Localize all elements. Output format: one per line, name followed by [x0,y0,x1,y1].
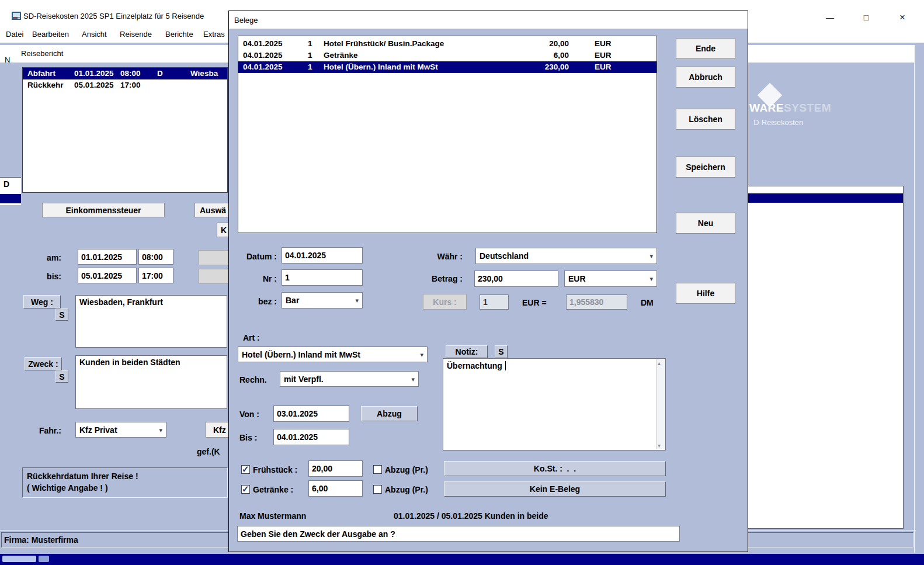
trip-row-rueckkehr[interactable]: Rückkehr 05.01.2025 17:00 [23,79,227,91]
trip-row-abfahrt[interactable]: Abfahrt 01.01.2025 08:00 D Wiesba [23,68,227,79]
close-button[interactable]: × [889,11,916,25]
fruehstueck-label: Frühstück : [253,465,297,474]
hint-box: Rückkehrdatum Ihrer Reise ! ( Wichtige A… [22,467,228,498]
nr-field[interactable]: 1 [282,269,363,286]
getraenke-label: Getränke : [253,485,293,494]
fahr-select[interactable]: Kfz Privat ▾ [75,422,166,438]
firma-status: Firma: Musterfirma [2,535,78,545]
brand-wordmark: WARESYSTEM [749,102,831,115]
weg-button[interactable]: Weg : [23,295,61,309]
chevron-down-icon: ▾ [649,275,653,283]
menu-ansicht[interactable]: Ansicht [82,29,107,40]
menu-extras[interactable]: Extras [203,29,225,40]
fruehstueck-field[interactable]: 20,00 [308,460,363,477]
rechn-label: Rechn. [239,375,267,384]
receipt-row[interactable]: 04.01.2025 1 Getränke 6,00 EUR [238,50,656,61]
kurs-button: Kurs : [423,294,467,310]
getraenke-checkbox[interactable]: ✓ [241,485,250,494]
receipt-row-selected[interactable]: 04.01.2025 1 Hotel (Übern.) Inland mit M… [238,61,656,73]
weg-s-button[interactable]: S [55,309,68,321]
kurs-field: 1 [480,294,509,310]
chevron-down-icon: ▾ [649,252,653,260]
hint-line1: Rückkehrdatum Ihrer Reise ! [27,472,138,481]
am-label: am: [35,253,61,262]
notiz-textarea[interactable]: Übernachtung ▴ ▾ [443,358,666,450]
minimize-button[interactable]: — [817,11,843,25]
belege-dialog-titlebar[interactable]: Belege [229,11,748,29]
fahr-label: Fahr.: [28,426,61,435]
notes-scrollbar[interactable]: ▴ ▾ [656,359,665,449]
app-screen: SD-Reisekosten 2025 SP1 Einzelplatz für … [0,0,924,565]
neu-button[interactable]: Neu [676,213,735,234]
weg-textarea[interactable]: Wiesbaden, Frankfurt [75,295,227,348]
taskbar [0,554,924,565]
chevron-down-icon: ▾ [159,426,162,434]
abbruch-button[interactable]: Abbruch [676,67,735,88]
text-caret [505,361,506,370]
abzug-pr1-checkbox[interactable] [373,465,382,474]
reisebericht-title: Reisebericht [21,49,63,58]
datum-field[interactable]: 04.01.2025 [282,247,363,264]
bis-time-field[interactable]: 17:00 [138,268,173,283]
waehrung-label: Währ : [431,252,463,261]
scroll-up-icon[interactable]: ▴ [658,360,661,366]
person-label: Max Mustermann [239,511,306,521]
trip-listbox[interactable]: Abfahrt 01.01.2025 08:00 D Wiesba Rückke… [22,67,228,193]
bez-select[interactable]: Bar ▾ [282,292,363,309]
am-date-field[interactable]: 01.01.2025 [78,249,137,265]
loeschen-button[interactable]: Löschen [676,109,735,130]
abzug-pr1-label: Abzug (Pr.) [385,465,428,474]
zweck-textarea[interactable]: Kunden in beiden Städten [75,355,227,409]
am-time-field[interactable]: 08:00 [138,249,173,265]
belege-dialog-title: Belege [234,16,258,25]
bis-belege-field[interactable]: 04.01.2025 [273,429,349,445]
receipts-listbox[interactable]: 04.01.2025 1 Hotel Frühstück/ Busin.Pack… [238,36,657,233]
von-field[interactable]: 03.01.2025 [273,405,349,422]
datum-label: Datum : [239,252,277,261]
menu-datei[interactable]: Datei [6,29,23,40]
einkommenssteuer-button[interactable]: Einkommenssteuer [42,203,165,217]
speichern-button[interactable]: Speichern [676,157,735,178]
trip-info-label: 01.01.2025 / 05.01.2025 Kunden in beide [394,511,548,521]
kost-button[interactable]: Ko.St. : . . [444,461,666,476]
kurs-eq-label: EUR = [522,298,547,307]
belege-dialog: Belege 04.01.2025 1 Hotel Frühstück/ Bus… [228,11,748,552]
rechn-select[interactable]: mit Verpfl. ▾ [280,371,419,387]
abzug-button[interactable]: Abzug [361,406,418,421]
scroll-down-icon[interactable]: ▾ [658,442,661,449]
betrag-field[interactable]: 230,00 [474,271,558,287]
dm-label: DM [641,298,654,307]
notiz-button[interactable]: Notiz: [446,345,488,358]
zweck-s-button[interactable]: S [55,370,68,383]
menu-reisende[interactable]: Reisende [120,29,152,40]
betrag-currency-select[interactable]: EUR ▾ [564,271,657,287]
menu-berichte[interactable]: Berichte [165,29,193,40]
fragment-selected-row [0,194,21,203]
getraenke-field[interactable]: 6,00 [308,480,363,497]
maximize-button[interactable]: □ [853,11,880,25]
menu-bearbeiten[interactable]: Bearbeiten [32,29,69,40]
betrag-label: Betrag : [426,274,463,283]
ebeleg-button[interactable]: Kein E-Beleg [444,481,666,497]
ende-button[interactable]: Ende [676,38,735,59]
notiz-s-button[interactable]: S [495,345,508,358]
app-icon [12,11,22,20]
chevron-down-icon: ▾ [355,297,359,304]
art-label: Art : [243,333,260,342]
receipt-row[interactable]: 04.01.2025 1 Hotel Frühstück/ Busin.Pack… [238,38,656,50]
clipped-list-fragment: D [0,177,21,205]
nr-label: Nr : [239,274,277,283]
fruehstueck-checkbox[interactable]: ✓ [241,465,250,474]
bis-date-field[interactable]: 05.01.2025 [78,268,137,283]
art-select[interactable]: Hotel (Übern.) Inland mit MwSt ▾ [238,346,428,362]
hint-line2: ( Wichtige Angabe ! ) [27,483,108,493]
abzug-pr2-checkbox[interactable] [373,485,382,494]
waehrung-select[interactable]: Deutschland ▾ [475,248,657,264]
abzug-pr2-label: Abzug (Pr.) [385,485,428,494]
chevron-down-icon: ▾ [411,375,415,383]
brand-subtitle: D-Reisekosten [753,118,803,127]
zweck-button[interactable]: Zweck : [25,357,62,370]
status-panel-right [745,532,913,547]
hilfe-button[interactable]: Hilfe [676,283,735,304]
label-fragment-n: N [5,56,10,65]
